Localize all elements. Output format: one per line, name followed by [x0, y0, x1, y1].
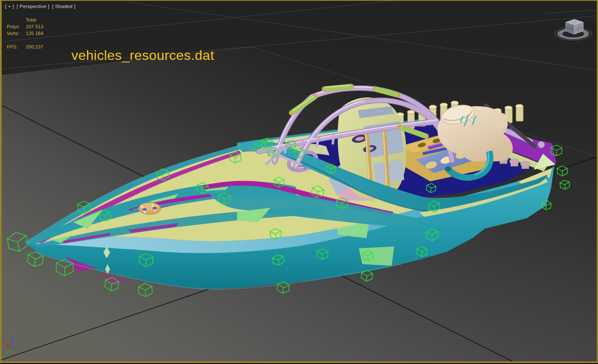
- viewport-label[interactable]: [ + ] [ Perspective ] [ Shaded ]: [5, 4, 77, 9]
- stats-verts-label: Verts:: [7, 30, 26, 37]
- filename-overlay: vehicles_resources.dat: [71, 48, 214, 63]
- axis-y-label: y: [3, 354, 5, 359]
- axis-z-label: z: [11, 333, 13, 337]
- stats-verts-value: 125 184: [26, 31, 43, 36]
- stats-polys-label: Polys:: [7, 23, 26, 30]
- stats-header: Total: [26, 17, 36, 22]
- stats-polys-value: 107 513: [26, 24, 43, 29]
- deck-cleat: [138, 203, 161, 215]
- viewport-perspective[interactable]: TOP BACK LEFT z x y [ + ] [ Perspective …: [0, 0, 598, 363]
- statistics-overlay: Total Polys:107 513 Verts:125 184 FPS:20…: [7, 16, 43, 50]
- axis-x-label: x: [4, 340, 6, 345]
- viewport-menu-general[interactable]: [ + ]: [5, 4, 14, 9]
- stats-fps-value: 200,137: [26, 44, 43, 49]
- viewport-menu-shading[interactable]: [ Shaded ]: [52, 4, 75, 9]
- stats-fps-label: FPS:: [7, 43, 26, 50]
- viewport-menu-pov[interactable]: [ Perspective ]: [17, 4, 49, 9]
